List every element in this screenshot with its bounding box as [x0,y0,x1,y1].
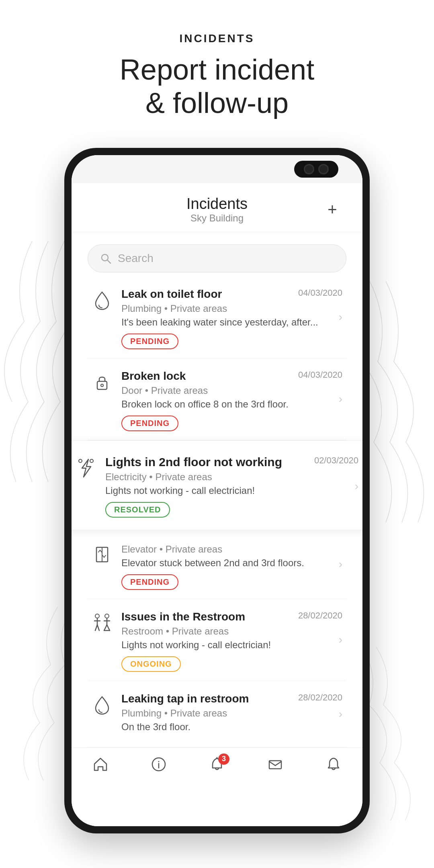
notification-icon [325,756,342,773]
svg-point-8 [95,614,99,618]
top-section: INCIDENTS Report incident & follow-up [0,0,434,136]
section-title: Report incident & follow-up [16,53,418,120]
incident-desc: It's been leaking water since yesterday,… [121,317,342,328]
camera-lens-1 [304,164,314,174]
svg-line-1 [108,260,111,263]
incident-date: 04/03/2020 [298,370,342,380]
section-label: INCIDENTS [16,32,418,45]
status-badge: RESOLVED [105,502,170,518]
status-badge: ONGOING [121,656,181,672]
incident-body: Broken lock 04/03/2020 Door • Private ar… [121,370,342,431]
home-icon [92,756,109,773]
nav-home[interactable] [92,756,109,773]
highlighted-incident-item[interactable]: Lights in 2nd floor not working 02/03/20… [72,440,362,530]
incident-list-cont: Elevator • Private areas Elevator stuck … [72,530,362,747]
incident-meta: Restroom • Private areas [121,626,342,637]
chevron-right-icon: › [339,633,342,646]
incident-body: Leaking tap in restroom 28/02/2020 Plumb… [121,692,342,738]
water-drop-icon [92,290,113,311]
incident-title: Lights in 2nd floor not working [105,455,310,469]
svg-rect-2 [97,381,107,389]
chevron-right-icon: › [339,558,342,571]
incident-body: Leak on toilet floor 04/03/2020 Plumbing… [121,288,342,349]
svg-point-5 [90,459,93,463]
app-header-center: Incidents Sky Building [186,195,248,224]
bottom-navigation: 3 [72,747,362,785]
search-placeholder: Search [118,252,154,265]
nav-notifications[interactable] [325,756,342,773]
nav-mail[interactable] [267,756,284,773]
info-icon [150,756,167,773]
app-title: Incidents [186,195,248,213]
phone-mockup: Incidents Sky Building + Search [0,148,434,833]
status-badge: PENDING [121,416,178,431]
incident-item[interactable]: Issues in the Restroom 28/02/2020 Restro… [88,599,346,681]
incident-meta: Door • Private areas [121,385,342,396]
water-drop-icon-2 [92,695,113,716]
mail-icon [267,756,284,773]
search-icon [100,253,111,264]
incident-body: Issues in the Restroom 28/02/2020 Restro… [121,610,342,672]
electricity-icon [76,458,96,479]
status-badge: PENDING [121,334,178,349]
chevron-right-icon: › [355,480,358,493]
lock-icon [92,372,113,393]
incident-desc: Broken lock on office 8 on the 3rd floor… [121,399,342,410]
chevron-right-icon: › [339,393,342,405]
svg-point-4 [79,459,82,463]
incident-title: Issues in the Restroom [121,610,294,623]
incident-desc: On the 3rd floor. [121,721,342,733]
svg-point-9 [105,614,109,618]
camera-module [294,161,338,178]
add-incident-button[interactable]: + [322,199,342,219]
incident-item[interactable]: Leak on toilet floor 04/03/2020 Plumbing… [88,276,346,358]
status-badge: PENDING [121,574,178,590]
incident-title: Leak on toilet floor [121,288,294,301]
incident-title: Leaking tap in restroom [121,692,294,705]
svg-point-12 [158,761,160,762]
incident-desc: Elevator stuck between 2nd and 3rd floor… [121,557,342,569]
nav-alerts[interactable]: 3 [209,756,225,773]
elevator-icon [92,544,113,565]
search-bar[interactable]: Search [88,244,346,272]
incident-date: 28/02/2020 [298,692,342,703]
incident-body: Lights in 2nd floor not working 02/03/20… [105,455,358,518]
incident-meta: Plumbing • Private areas [121,303,342,314]
svg-point-0 [102,254,108,261]
phone-screen: Incidents Sky Building + Search [72,155,362,826]
nav-info[interactable] [150,756,167,773]
notification-badge: 3 [218,753,229,765]
phone-frame: Incidents Sky Building + Search [64,148,370,833]
svg-point-3 [101,384,103,387]
incident-date: 04/03/2020 [298,288,342,298]
chevron-right-icon: › [339,708,342,721]
incident-meta: Elevator • Private areas [121,544,342,555]
incident-desc: Lights not working - call electrician! [121,639,342,651]
app-content: Incidents Sky Building + Search [72,183,362,826]
incident-title: Broken lock [121,370,294,383]
svg-rect-14 [269,761,281,769]
incident-item[interactable]: Broken lock 04/03/2020 Door • Private ar… [88,358,346,440]
incident-meta: Electricity • Private areas [105,471,358,483]
incident-list: Leak on toilet floor 04/03/2020 Plumbing… [72,276,362,440]
camera-lens-2 [318,164,329,174]
incident-date: 28/02/2020 [298,610,342,621]
incident-item[interactable]: Leaking tap in restroom 28/02/2020 Plumb… [88,681,346,747]
chevron-right-icon: › [339,311,342,323]
incident-date: 02/03/2020 [314,455,358,466]
restroom-icon [92,613,113,634]
incident-item[interactable]: Elevator • Private areas Elevator stuck … [88,530,346,599]
phone-topbar [72,155,362,183]
incident-meta: Plumbing • Private areas [121,708,342,719]
incident-desc: Lights not working - call electrician! [105,485,358,496]
app-subtitle: Sky Building [186,213,248,224]
app-header: Incidents Sky Building + [72,183,362,232]
incident-body: Elevator • Private areas Elevator stuck … [121,541,342,590]
